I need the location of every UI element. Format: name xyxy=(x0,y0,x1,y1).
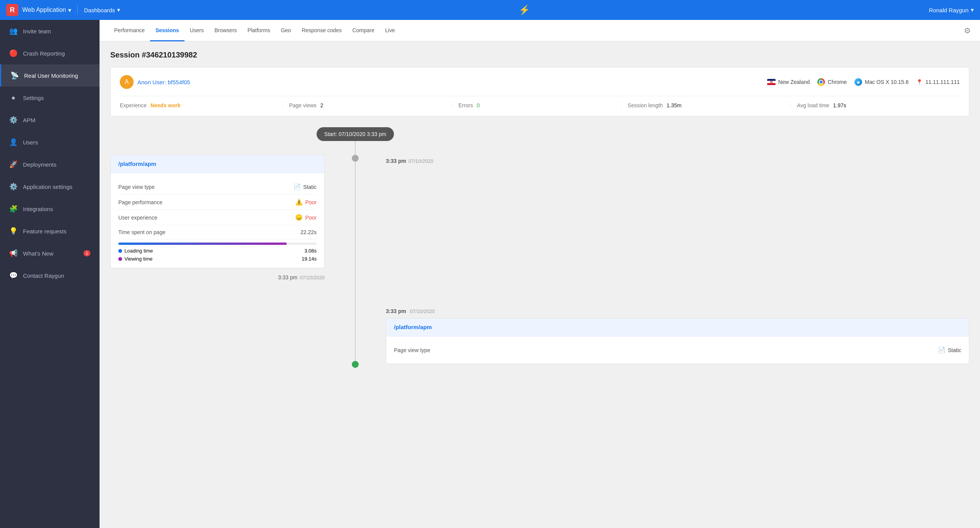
page-card-2-body: Page view type 📄 Static xyxy=(386,336,969,364)
tab-response-codes[interactable]: Response codes xyxy=(296,20,347,41)
stat-page-views: Page views 2 xyxy=(283,102,452,108)
metric-name-type-2: Page view type xyxy=(394,347,938,353)
location-icon: 📍 xyxy=(916,79,923,85)
user-caret-icon: ▾ xyxy=(971,7,974,13)
session-stats: Experience Needs work Page views 2 Error… xyxy=(120,96,960,108)
whats-new-icon: 📢 xyxy=(9,249,18,257)
event1-time-right: 3:33 pm xyxy=(386,158,406,164)
sidebar-item-invite-team[interactable]: 👥 Invite team xyxy=(0,20,100,42)
sidebar-label-crash-reporting: Crash Reporting xyxy=(23,50,65,57)
meta-country: New Zealand xyxy=(767,79,810,85)
app-settings-icon: ⚙️ xyxy=(9,182,18,191)
country-label: New Zealand xyxy=(778,79,810,85)
viewing-time-value: 19.14s xyxy=(302,256,317,262)
timeline-center-col: Start: 07/10/2020 3:33 pm xyxy=(332,127,378,368)
timeline-dot-1 xyxy=(352,155,359,162)
session-title: Session #346210139982 xyxy=(110,51,969,59)
metric-name-ux: User experience xyxy=(118,215,295,221)
timeline-start-badge: Start: 07/10/2020 3:33 pm xyxy=(317,127,394,141)
tab-browsers[interactable]: Browsers xyxy=(209,20,242,41)
sidebar-item-settings[interactable]: ● Settings xyxy=(0,87,100,109)
users-icon: 👤 xyxy=(9,138,18,146)
time-label-right-1: 3:33 pm 07/10/2020 xyxy=(386,158,969,164)
user-name[interactable]: Anon User: bf554f05 xyxy=(137,79,190,85)
page-url-2[interactable]: /platform/apm xyxy=(394,324,432,330)
metric-row-time: Time spent on page 22.22s xyxy=(118,225,317,239)
sidebar-label-app-settings: Application settings xyxy=(23,184,72,190)
sidebar-item-apm[interactable]: ⚙️ APM xyxy=(0,109,100,131)
tab-geo[interactable]: Geo xyxy=(276,20,296,41)
event2-date-left: 07/10/2020 xyxy=(300,275,325,280)
sidebar-item-deployments[interactable]: 🚀 Deployments xyxy=(0,153,100,175)
avg-load-label: Avg load time xyxy=(797,102,830,108)
tab-users[interactable]: Users xyxy=(185,20,209,41)
avg-load-value: 1.97s xyxy=(833,102,846,108)
tab-compare[interactable]: Compare xyxy=(347,20,380,41)
rum-icon: 📡 xyxy=(10,71,19,80)
page-views-label: Page views xyxy=(289,102,317,108)
metric-row-ux: User experience 😞 Poor xyxy=(118,210,317,225)
app-name-button[interactable]: Web Application ▾ xyxy=(22,7,71,14)
doc-icon-2: 📄 xyxy=(938,346,946,354)
viewing-dot xyxy=(118,257,122,261)
errors-value: 0 xyxy=(477,102,480,108)
sidebar-item-rum[interactable]: 📡 Real User Monitoring xyxy=(0,64,100,87)
stat-errors: Errors 0 xyxy=(452,102,621,108)
dashboards-caret: ▾ xyxy=(117,7,120,13)
dashboards-label: Dashboards xyxy=(84,7,115,13)
stat-experience: Experience Needs work xyxy=(120,102,283,108)
header-center: ⚡ xyxy=(120,5,929,15)
time-label-2: 3:33 pm 07/10/2020 xyxy=(110,274,325,280)
page-card-1-header: /platform/apm xyxy=(111,155,324,173)
sidebar-label-deployments: Deployments xyxy=(23,161,57,168)
session-meta: New Zealand Chrome ◉ Mac OS X 10.15.6 📍 … xyxy=(767,78,960,86)
tab-platforms[interactable]: Platforms xyxy=(242,20,276,41)
sidebar-label-rum: Real User Monitoring xyxy=(24,72,78,79)
metric-value-type-2: 📄 Static xyxy=(938,346,961,354)
browser-label: Chrome xyxy=(828,79,847,85)
sidebar-item-app-settings[interactable]: ⚙️ Application settings xyxy=(0,175,100,198)
sidebar-item-feature-requests[interactable]: 💡 Feature requests xyxy=(0,220,100,242)
contact-icon: 💬 xyxy=(9,271,18,280)
event2-date-right: 07/10/2020 xyxy=(410,308,435,314)
feature-requests-icon: 💡 xyxy=(9,227,18,235)
page-url-1[interactable]: /platform/apm xyxy=(118,161,156,167)
ip-label: 11.11.111.111 xyxy=(925,79,960,85)
os-label: Mac OS X 10.15.6 xyxy=(865,79,908,85)
sidebar-label-invite-team: Invite team xyxy=(23,28,51,34)
sidebar-item-whats-new[interactable]: 📢 What's New 1 xyxy=(0,242,100,264)
settings-dot-icon: ● xyxy=(9,93,18,102)
sidebar-label-integrations: Integrations xyxy=(23,206,53,212)
sidebar: 👥 Invite team 🔴 Crash Reporting 📡 Real U… xyxy=(0,20,100,528)
timeline-area: /platform/apm Page view type 📄 Static Pa… xyxy=(110,127,969,368)
event1-date-right: 07/10/2020 xyxy=(408,158,433,164)
deployments-icon: 🚀 xyxy=(9,160,18,169)
tab-performance[interactable]: Performance xyxy=(109,20,150,41)
session-length-value: 1.35m xyxy=(666,102,681,108)
sidebar-label-feature-requests: Feature requests xyxy=(23,228,66,234)
metric-row-type-2: Page view type 📄 Static xyxy=(394,343,961,357)
meta-ip: 📍 11.11.111.111 xyxy=(916,79,960,85)
sidebar-item-crash-reporting[interactable]: 🔴 Crash Reporting xyxy=(0,42,100,64)
user-menu-button[interactable]: Ronald Raygun ▾ xyxy=(929,7,974,13)
poor-perf-icon: ⚠️ xyxy=(295,198,303,206)
metric-name-time: Time spent on page xyxy=(118,229,301,235)
user-avatar: A xyxy=(120,75,134,89)
sidebar-item-integrations[interactable]: 🧩 Integrations xyxy=(0,198,100,220)
sidebar-item-users[interactable]: 👤 Users xyxy=(0,131,100,153)
metric-name-perf: Page performance xyxy=(118,199,295,205)
sidebar-item-contact[interactable]: 💬 Contact Raygun xyxy=(0,264,100,287)
poor-ux-icon: 😞 xyxy=(295,214,303,221)
loading-dot xyxy=(118,249,122,253)
settings-gear-icon[interactable]: ⚙ xyxy=(964,26,971,35)
whats-new-badge: 1 xyxy=(83,250,90,256)
viewing-time-label: Viewing time xyxy=(124,256,152,262)
dashboards-button[interactable]: Dashboards ▾ xyxy=(84,7,120,13)
loading-time-value: 3.08s xyxy=(304,248,317,254)
sidebar-label-contact: Contact Raygun xyxy=(23,272,64,279)
tab-live[interactable]: Live xyxy=(380,20,400,41)
metric-value-time: 22.22s xyxy=(301,229,317,235)
metric-name-type: Page view type xyxy=(118,184,293,190)
tab-sessions[interactable]: Sessions xyxy=(150,20,184,41)
timeline-dot-2 xyxy=(352,361,359,368)
